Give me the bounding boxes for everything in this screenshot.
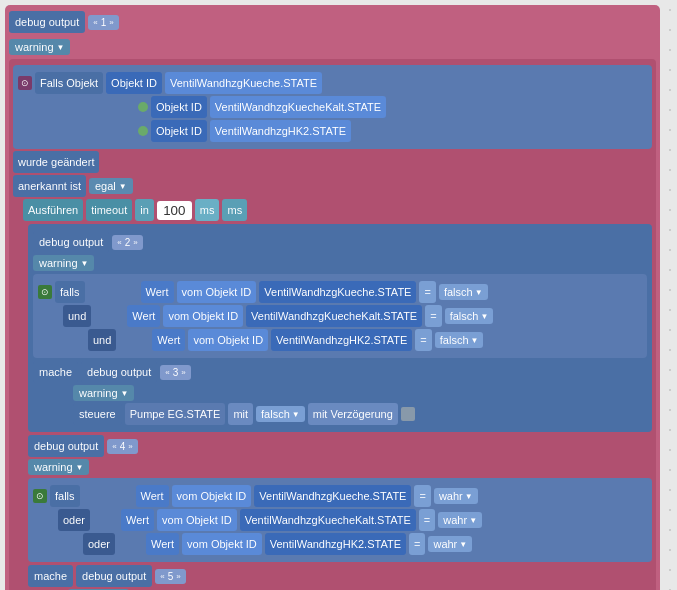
debug-output-btn-2[interactable]: debug output [33,231,109,253]
falls-objekt-block: ⊙ Falls Objekt Objekt ID VentilWandhzgKu… [13,65,652,149]
falls1-und1-row: und Wert vom Objekt ID VentilWandhzgKuec… [63,305,642,327]
mache2-row: mache debug output « 5 » [28,565,652,587]
warning-row-3: warning ▼ [73,385,647,401]
anerkannt-value[interactable]: egal ▼ [89,178,133,194]
steuere1-label[interactable]: steuere [73,403,122,425]
und1-vom: vom Objekt ID [163,305,243,327]
und2-val[interactable]: falsch ▼ [435,332,484,348]
objekt-id-label-1: Objekt ID [106,72,162,94]
und2-label[interactable]: und [88,329,116,351]
und1-obj[interactable]: VentilWandhzgKuecheKalt.STATE [246,305,422,327]
falls1-eq[interactable]: = [419,281,435,303]
oder2-eq[interactable]: = [409,533,425,555]
left-quote-1: « [93,18,97,27]
oder1-eq[interactable]: = [419,509,435,531]
debug-output-btn-1[interactable]: debug output [9,11,85,33]
debug-output-btn-3[interactable]: debug output [81,361,157,383]
debug-output-btn-4[interactable]: debug output [28,435,104,457]
und1-eq[interactable]: = [425,305,441,327]
anerkannt-label: anerkannt ist [13,175,86,197]
top-debug-row: debug output « 1 » [9,11,656,33]
debug-row-4: debug output « 4 » [28,435,652,457]
mache1-label[interactable]: mache [33,361,78,383]
oder1-vom: vom Objekt ID [157,509,237,531]
oder2-obj[interactable]: VentilWandhzgHK2.STATE [265,533,406,555]
objekt-id-value-1[interactable]: VentilWandhzgKueche.STATE [165,72,322,94]
oder2-label[interactable]: oder [83,533,115,555]
falls1-block: ⊙ falls Wert vom Objekt ID VentilWandhzg… [33,274,647,358]
falls1-icon: ⊙ [38,285,52,299]
debug-num-3: « 3 » [160,365,190,380]
falls2-label[interactable]: falls [50,485,80,507]
warning-btn-2[interactable]: warning ▼ [33,255,94,271]
warning-btn-1[interactable]: warning ▼ [9,39,70,55]
inner-section: debug output « 2 » warning ▼ [28,224,652,432]
objekt-id-row-2: Objekt ID VentilWandhzgKuecheKalt.STATE [138,96,647,118]
right-quote-1: » [109,18,113,27]
connector-3 [138,126,148,136]
falls-objekt-row: ⊙ Falls Objekt Objekt ID VentilWandhzgKu… [18,72,647,94]
delay-icon-1 [401,407,415,421]
oder1-label[interactable]: oder [58,509,90,531]
mache2-label[interactable]: mache [28,565,73,587]
objekt-id-row-3: Objekt ID VentilWandhzgHK2.STATE [138,120,647,142]
oder1-wert[interactable]: Wert [121,509,154,531]
und1-label[interactable]: und [63,305,91,327]
falls1-obj[interactable]: VentilWandhzgKueche.STATE [259,281,416,303]
falls2-vom: vom Objekt ID [172,485,252,507]
falls-objekt-label[interactable]: Falls Objekt [35,72,103,94]
falls2-eq[interactable]: = [414,485,430,507]
oder1-obj[interactable]: VentilWandhzgKuecheKalt.STATE [240,509,416,531]
falls1-wert[interactable]: Wert [141,281,174,303]
falls2-oder2-row: oder Wert vom Objekt ID VentilWandhzgHK2… [83,533,647,555]
falls1-vom: vom Objekt ID [177,281,257,303]
objekt-id-value-2[interactable]: VentilWandhzgKuecheKalt.STATE [210,96,386,118]
oder2-wert[interactable]: Wert [146,533,179,555]
falls2-oder1-row: oder Wert vom Objekt ID VentilWandhzgKue… [58,509,647,531]
warning-row-1: warning ▼ [9,39,656,55]
objekt-id-label-2: Objekt ID [151,96,207,118]
falls1-label[interactable]: falls [55,281,85,303]
falls1-main-row: ⊙ falls Wert vom Objekt ID VentilWandhzg… [38,281,642,303]
und2-wert[interactable]: Wert [152,329,185,351]
steuere1-val[interactable]: falsch ▼ [256,406,305,422]
content-area: ⊙ Falls Objekt Objekt ID VentilWandhzgKu… [9,59,656,590]
debug-num-5: « 5 » [155,569,185,584]
wurde-geandert-label: wurde geändert [13,151,99,173]
main-container: debug output « 1 » warning ▼ ⊙ Falls Obj… [5,5,660,590]
mit-verzog-1[interactable]: mit Verzögerung [308,403,398,425]
warning-btn-4[interactable]: warning ▼ [28,459,89,475]
warning-row-2: warning ▼ [33,255,647,271]
und2-obj[interactable]: VentilWandhzgHK2.STATE [271,329,412,351]
mit1-label: mit [228,403,253,425]
in-label: in [135,199,154,221]
falls2-wert[interactable]: Wert [136,485,169,507]
mache1-row: mache debug output « 3 » [33,361,647,383]
ausfuhren-value[interactable] [157,201,192,220]
und1-val[interactable]: falsch ▼ [445,308,494,324]
oder1-val[interactable]: wahr ▼ [438,512,482,528]
ms-label-1: ms [195,199,220,221]
ms-label-2: ms [222,199,247,221]
ausfuhren-row: Ausführen timeout in ms ms [23,199,652,221]
falls2-block: ⊙ falls Wert vom Objekt ID VentilWandhzg… [28,478,652,562]
und1-wert[interactable]: Wert [127,305,160,327]
debug-num-2: « 2 » [112,235,142,250]
warning-arrow-1: ▼ [57,43,65,52]
und2-vom: vom Objekt ID [188,329,268,351]
warning-btn-3[interactable]: warning ▼ [73,385,134,401]
falls1-val[interactable]: falsch ▼ [439,284,488,300]
pumpe1-label[interactable]: Pumpe EG.STATE [125,403,226,425]
ausfuhren-label[interactable]: Ausführen [23,199,83,221]
und2-eq[interactable]: = [415,329,431,351]
debug-output-btn-5[interactable]: debug output [76,565,152,587]
debug-row-2: debug output « 2 » [33,231,647,253]
debug-num-4: « 4 » [107,439,137,454]
oder2-val[interactable]: wahr ▼ [428,536,472,552]
objekt-id-value-3[interactable]: VentilWandhzgHK2.STATE [210,120,351,142]
falls2-icon: ⊙ [33,489,47,503]
objekt-id-label-3: Objekt ID [151,120,207,142]
warning-row-4: warning ▼ [28,459,652,475]
falls2-obj[interactable]: VentilWandhzgKueche.STATE [254,485,411,507]
falls2-val[interactable]: wahr ▼ [434,488,478,504]
